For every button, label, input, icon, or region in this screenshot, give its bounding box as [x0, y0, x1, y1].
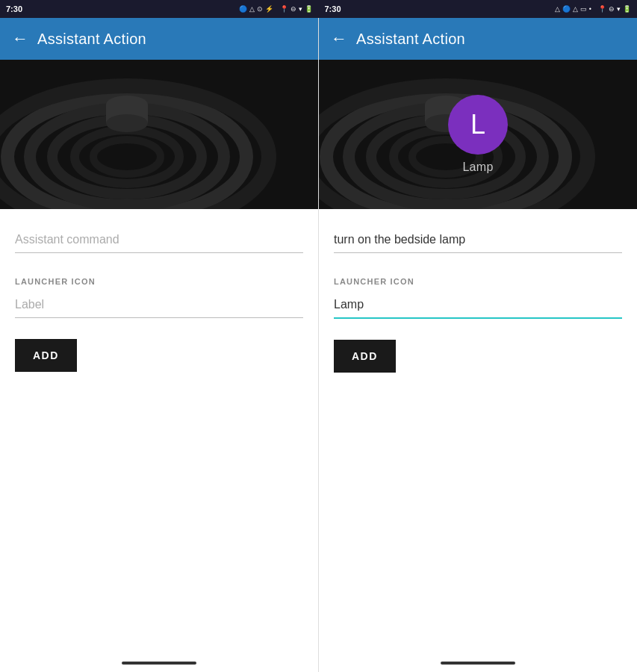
svg-point-8	[106, 114, 148, 132]
app-title-left: Assistant Action	[37, 31, 146, 48]
nav-bar-right	[319, 654, 637, 672]
app-bar-right: ← Assistant Action	[319, 18, 637, 60]
left-panel: ← Assistant Action	[0, 18, 319, 672]
status-bar-right: 7:30 △🔵△▭• 📍⊖▾🔋	[319, 0, 638, 18]
time-left: 7:30	[6, 4, 22, 13]
launcher-icon-label-left: LAUNCHER ICON	[15, 277, 303, 286]
add-button-right[interactable]: ADD	[334, 340, 396, 373]
nav-indicator-right	[441, 662, 515, 665]
status-icons-left: 🔵△⊙⚡ 📍⊖▾🔋	[239, 5, 313, 13]
command-input-left[interactable]	[15, 227, 303, 253]
app-bar-left: ← Assistant Action	[0, 18, 318, 60]
nav-indicator-left	[122, 662, 196, 665]
launcher-icon-label-right: LAUNCHER ICON	[334, 277, 622, 286]
hero-image-left	[0, 60, 318, 209]
lamp-name: Lamp	[462, 161, 493, 174]
nav-bar-left	[0, 654, 318, 672]
form-right: LAUNCHER ICON ADD	[319, 209, 637, 654]
add-button-left[interactable]: ADD	[15, 339, 77, 372]
back-button-right[interactable]: ←	[331, 29, 347, 49]
time-right: 7:30	[325, 4, 341, 13]
back-button-left[interactable]: ←	[12, 29, 28, 49]
status-bar-left: 7:30 🔵△⊙⚡ 📍⊖▾🔋	[0, 0, 319, 18]
form-left: LAUNCHER ICON ADD	[0, 209, 318, 654]
status-icons-right: △🔵△▭• 📍⊖▾🔋	[555, 5, 631, 13]
app-title-right: Assistant Action	[356, 31, 465, 48]
command-input-right[interactable]	[334, 227, 622, 253]
label-input-left[interactable]	[15, 292, 303, 318]
hero-image-right: L Lamp	[319, 60, 637, 209]
label-input-right[interactable]	[334, 292, 622, 319]
lamp-avatar: L	[448, 95, 508, 155]
lamp-overlay: L Lamp	[319, 60, 637, 209]
right-panel: ← Assistant Action L	[319, 18, 637, 672]
